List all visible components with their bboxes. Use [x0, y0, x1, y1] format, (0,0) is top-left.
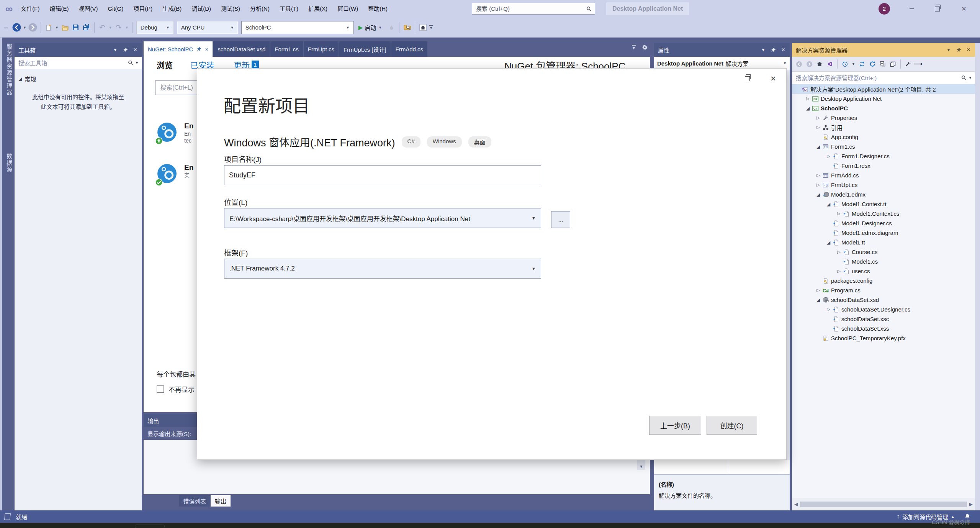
tree-row[interactable]: ◢C#SchoolPC: [792, 103, 975, 113]
tree-row[interactable]: ▷C#Program.cs: [792, 285, 975, 295]
properties-close-icon[interactable]: ×: [778, 43, 788, 57]
toolbox-search-box[interactable]: ▼: [15, 57, 142, 69]
tree-expander-icon[interactable]: ▷: [836, 269, 842, 274]
menu-item[interactable]: 帮助(H): [363, 0, 393, 18]
tree-row[interactable]: ▷Form1.Designer.cs: [792, 151, 975, 161]
tree-expander-icon[interactable]: ▷: [836, 249, 842, 254]
rail-tab-server-explorer[interactable]: 服务器资源管理器: [5, 44, 13, 96]
open-file-button[interactable]: [60, 21, 70, 34]
solution-explorer-menu-icon[interactable]: ▼: [944, 43, 954, 57]
tree-row[interactable]: ▷FrmAdd.cs: [792, 171, 975, 180]
tree-row[interactable]: Model1.cs: [792, 257, 975, 266]
tab-list-dropdown-icon[interactable]: ▼: [632, 45, 636, 50]
tree-row[interactable]: ▷Properties: [792, 113, 975, 123]
package-list-item[interactable]: En实: [157, 163, 193, 185]
tree-row[interactable]: ▷Model1.Context.cs: [792, 209, 975, 218]
tree-expander-icon[interactable]: ◢: [815, 297, 821, 303]
toolbox-pin-icon[interactable]: [120, 43, 130, 57]
back-step-button[interactable]: 上一步(B): [649, 416, 701, 435]
location-combo[interactable]: E:\Workspace-csharp\桌面应用开发框架\桌面应用开发框架\De…: [224, 208, 541, 228]
find-in-files-button[interactable]: [402, 21, 412, 34]
scroll-down-icon[interactable]: ▼: [640, 464, 643, 469]
toolbox-menu-icon[interactable]: ▼: [110, 43, 120, 57]
tree-row[interactable]: schoolDataSet.xsc: [792, 314, 975, 324]
navigate-back-button[interactable]: [11, 21, 21, 34]
switch-views-icon[interactable]: [825, 58, 834, 70]
platform-combo[interactable]: Any CPU▼: [177, 21, 238, 34]
tree-row[interactable]: ◢schoolDataSet.xsd: [792, 295, 975, 305]
tree-row[interactable]: Model1.edmx.diagram: [792, 228, 975, 238]
web-browser-button[interactable]: [418, 21, 428, 34]
document-tab[interactable]: NuGet: SchoolPC×: [144, 41, 213, 57]
toolbox-section-general[interactable]: ◢ 常规: [18, 73, 139, 84]
menu-item[interactable]: 测试(S): [216, 0, 245, 18]
tree-expander-icon[interactable]: ◢: [825, 202, 832, 207]
project-name-field[interactable]: [224, 165, 541, 185]
properties-wrench-icon[interactable]: [903, 58, 913, 70]
solution-search-box[interactable]: ▼: [792, 72, 975, 84]
document-tab[interactable]: Form1.cs: [270, 41, 303, 57]
undo-button[interactable]: ↶: [97, 21, 107, 34]
tree-row[interactable]: ◢Model1.Context.tt: [792, 199, 975, 209]
nuget-tab-浏览[interactable]: 浏览: [157, 59, 173, 71]
tree-row[interactable]: Form1.resx: [792, 161, 975, 171]
tree-expander-icon[interactable]: ▷: [815, 173, 821, 178]
tree-row[interactable]: ▷FrmUpt.cs: [792, 180, 975, 190]
tree-row[interactable]: ◢Model1.edmx: [792, 190, 975, 199]
back-icon[interactable]: [794, 58, 803, 70]
tree-row[interactable]: schoolDataSet.xss: [792, 324, 975, 333]
tree-row[interactable]: App.config: [792, 132, 975, 142]
menu-item[interactable]: 窗口(W): [332, 0, 363, 18]
dont-show-checkbox[interactable]: [157, 385, 164, 393]
solution-explorer-close-icon[interactable]: ×: [964, 43, 973, 57]
dialog-maximize-button[interactable]: [739, 72, 756, 85]
solution-search-input[interactable]: [795, 74, 961, 82]
close-button[interactable]: ×: [954, 0, 973, 18]
minimize-button[interactable]: [902, 0, 921, 18]
menu-item[interactable]: 编辑(E): [44, 0, 74, 18]
properties-grid[interactable]: [654, 460, 790, 475]
menu-item[interactable]: 项目(P): [128, 0, 157, 18]
search-options-dropdown[interactable]: ▼: [135, 61, 139, 65]
tree-row[interactable]: Model1.Designer.cs: [792, 218, 975, 228]
menu-item[interactable]: 视图(V): [74, 0, 103, 18]
tree-row[interactable]: ▷user.cs: [792, 266, 975, 276]
tree-row[interactable]: SchoolPC_TemporaryKey.pfx: [792, 333, 975, 343]
restore-button[interactable]: [928, 0, 947, 18]
start-debugging-button[interactable]: ▶ 启动 ▼: [358, 23, 383, 31]
undo-dropdown[interactable]: ▼: [109, 26, 112, 30]
menu-item[interactable]: Git(G): [103, 0, 128, 18]
quick-search-box[interactable]: [472, 3, 595, 15]
toolbar-overflow[interactable]: ▼: [429, 25, 433, 30]
document-tab[interactable]: FrmUpt.cs [设计]: [339, 41, 391, 57]
new-project-button[interactable]: [44, 21, 54, 34]
tree-row[interactable]: ◢Model1.tt: [792, 238, 975, 247]
framework-combo[interactable]: .NET Framework 4.7.2 ▼: [224, 259, 541, 279]
redo-dropdown[interactable]: ▼: [125, 26, 129, 30]
tree-expander-icon[interactable]: ▷: [805, 96, 811, 101]
menu-item[interactable]: 生成(B): [157, 0, 187, 18]
project-name-input[interactable]: [224, 171, 541, 179]
menu-item[interactable]: 调试(D): [187, 0, 216, 18]
navigate-forward-button[interactable]: [28, 21, 38, 34]
browse-location-button[interactable]: ...: [551, 211, 570, 228]
tree-row[interactable]: ▷引用: [792, 123, 975, 132]
tree-expander-icon[interactable]: ▷: [836, 211, 842, 216]
home-icon[interactable]: [815, 58, 824, 70]
menu-item[interactable]: 扩展(X): [303, 0, 332, 18]
forward-icon[interactable]: [805, 58, 814, 70]
scroll-left-icon[interactable]: ◀: [794, 502, 798, 507]
tree-expander-icon[interactable]: ▷: [825, 307, 832, 312]
panel-tab-输出[interactable]: 输出: [211, 495, 231, 507]
tree-expander-icon[interactable]: ◢: [815, 192, 821, 197]
menu-item[interactable]: 工具(T): [275, 0, 303, 18]
save-all-button[interactable]: [82, 21, 92, 34]
menu-item[interactable]: 文件(F): [16, 0, 44, 18]
tree-row[interactable]: ▷C#Desktop Application Net: [792, 94, 975, 103]
tree-expander-icon[interactable]: ▷: [815, 125, 821, 130]
document-tab[interactable]: FrmAdd.cs: [391, 41, 428, 57]
hot-reload-button[interactable]: [386, 21, 396, 34]
configuration-combo[interactable]: Debug▼: [137, 21, 173, 34]
document-tab[interactable]: schoolDataSet.xsd: [213, 41, 270, 57]
startup-project-combo[interactable]: SchoolPC▼: [242, 21, 353, 34]
